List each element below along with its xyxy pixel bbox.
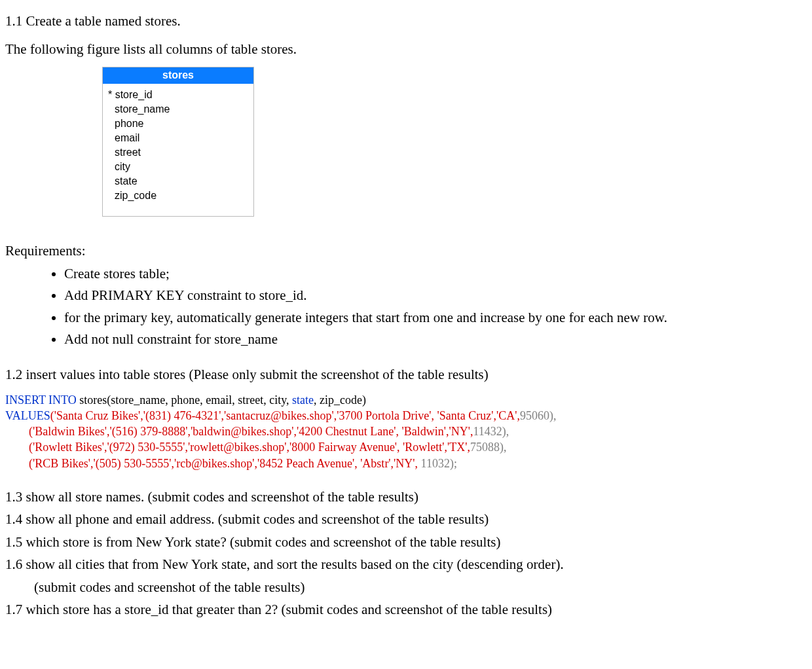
schema-col-phone: phone: [103, 117, 253, 131]
requirements-heading: Requirements:: [5, 243, 805, 259]
sql-line: ('RCB Bikes','(505) 530-5555','rcb@bikes…: [29, 456, 805, 471]
sql-number-row-3: 75088),: [470, 441, 507, 454]
requirement-item: for the primary key, automatically gener…: [64, 307, 805, 329]
sql-line: ('Baldwin Bikes','(516) 379-8888','baldw…: [29, 424, 805, 439]
schema-col-store-id: * store_id: [103, 88, 253, 102]
question-1-6-line-2: (submit codes and screenshot of the tabl…: [34, 577, 805, 597]
section-1-1-heading: 1.1 Create a table named stores.: [5, 13, 805, 29]
schema-col-street: street: [103, 145, 253, 160]
sql-string-row-1: ('Santa Cruz Bikes','(831) 476-4321','sa…: [50, 409, 520, 422]
sql-line: ('Rowlett Bikes','(972) 530-5555','rowle…: [29, 439, 805, 455]
schema-table-stores: stores * store_id store_name phone email…: [102, 67, 254, 217]
schema-col-store-name: store_name: [103, 102, 253, 117]
schema-col-state: state: [103, 174, 253, 189]
schema-col-email: email: [103, 131, 253, 145]
requirement-item: Add PRIMARY KEY constraint to store_id.: [64, 285, 805, 306]
question-1-7: 1.7 which store has a store_id that grea…: [5, 600, 805, 619]
sql-string-row-3: ('Rowlett Bikes','(972) 530-5555','rowle…: [29, 441, 470, 454]
sql-number-row-2: 11432),: [473, 425, 509, 438]
requirement-item: Create stores table;: [64, 263, 805, 285]
sql-line: VALUES('Santa Cruz Bikes','(831) 476-432…: [5, 408, 805, 424]
requirement-item: Add not null constraint for store_name: [64, 329, 805, 350]
sql-text: stores(store_name, phone, email, street,…: [77, 393, 292, 407]
requirements-list: Create stores table; Add PRIMARY KEY con…: [5, 263, 805, 351]
sql-number-row-4: 11032);: [421, 457, 457, 470]
question-1-3: 1.3 show all store names. (submit codes …: [5, 487, 805, 507]
question-1-6-line-1: 1.6 show all cities that from New York s…: [5, 554, 805, 574]
schema-columns: * store_id store_name phone email street…: [103, 84, 253, 216]
question-1-4: 1.4 show all phone and email address. (s…: [5, 509, 805, 529]
schema-table-title: stores: [103, 67, 253, 84]
sql-string-row-2: ('Baldwin Bikes','(516) 379-8888','baldw…: [29, 425, 473, 438]
sql-insert-block: INSERT INTO stores(store_name, phone, em…: [5, 392, 805, 471]
schema-col-zip-code: zip_code: [103, 189, 253, 203]
sql-string-row-4: ('RCB Bikes','(505) 530-5555','rcb@bikes…: [29, 457, 421, 470]
question-1-5: 1.5 which store is from New York state? …: [5, 532, 805, 552]
sql-keyword-values: VALUES: [5, 409, 50, 422]
section-1-2-heading: 1.2 insert values into table stores (Ple…: [5, 367, 805, 383]
sql-line: INSERT INTO stores(store_name, phone, em…: [5, 392, 805, 408]
sql-keyword-insert-into: INSERT INTO: [5, 393, 77, 407]
sql-identifier-state: state: [292, 393, 314, 407]
sql-text: , zip_code): [314, 393, 366, 407]
section-1-1-intro: The following figure lists all columns o…: [5, 41, 805, 58]
schema-col-city: city: [103, 160, 253, 174]
sql-number-row-1: 95060),: [520, 409, 557, 422]
